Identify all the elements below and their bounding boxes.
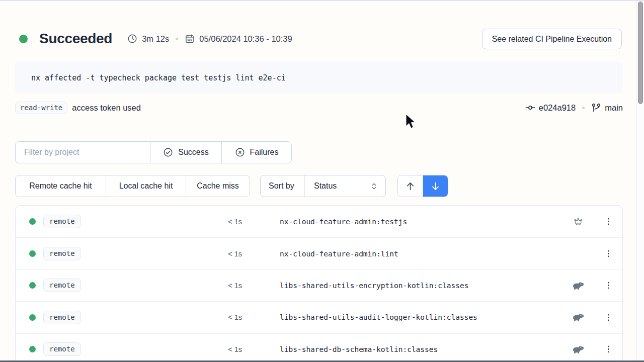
filter-failures-label: Failures	[250, 148, 279, 157]
jest-icon	[572, 217, 584, 227]
filter-by-project-input[interactable]	[16, 142, 150, 163]
task-duration: < 1s	[141, 345, 242, 353]
run-date-range: 05/06/2024 10:36 - 10:39	[185, 34, 292, 44]
filter-group: Success Failures	[15, 141, 292, 163]
filter-success-button[interactable]: Success	[150, 142, 221, 163]
task-duration: < 1s	[141, 218, 242, 226]
cache-source-badge: remote	[43, 247, 81, 260]
gradle-icon	[572, 344, 584, 354]
git-commit-icon	[525, 103, 535, 113]
gradle-icon	[568, 281, 588, 291]
sort-ascending-button[interactable]	[398, 175, 423, 197]
gradle-icon	[568, 312, 588, 322]
mouse-cursor	[405, 114, 417, 130]
arrow-down-icon	[430, 181, 441, 192]
sort-selected-value: Status	[314, 182, 337, 191]
task-name[interactable]: libs-shared-utils-encryption-kotlin:clas…	[280, 282, 468, 290]
task-list: remote < 1s nx-cloud-feature-admin:testj…	[15, 205, 623, 362]
task-duration: < 1s	[141, 282, 242, 290]
check-circle-icon	[163, 147, 173, 157]
scrollbar-thumb[interactable]	[638, 2, 643, 104]
separator-dot	[176, 38, 178, 40]
task-status-success-dot	[29, 346, 36, 352]
task-status-success-dot	[29, 250, 36, 257]
jest-icon	[568, 217, 588, 227]
cache-filter-group: Remote cache hit Local cache hit Cache m…	[15, 175, 250, 197]
task-row[interactable]: remote < 1s nx-cloud-feature-admin:testj…	[16, 206, 622, 237]
task-duration: < 1s	[141, 313, 242, 321]
task-menu-button[interactable]	[598, 244, 618, 264]
sort-descending-button[interactable]	[423, 175, 448, 197]
kebab-menu-icon	[604, 281, 613, 290]
run-duration-label: 3m 12s	[142, 34, 169, 44]
separator-dot	[582, 107, 585, 109]
gradle-icon	[568, 344, 588, 354]
sort-group: Sort by Status	[260, 175, 386, 197]
gradle-icon	[572, 312, 584, 322]
cache-miss-button[interactable]: Cache miss	[186, 175, 250, 197]
task-menu-button[interactable]	[598, 212, 618, 232]
task-name[interactable]: nx-cloud-feature-admin:lint	[280, 250, 398, 258]
chevron-updown-icon	[370, 182, 378, 191]
kebab-menu-icon	[604, 313, 613, 322]
run-status-title: Succeeded	[39, 31, 112, 47]
task-status-success-dot	[29, 314, 36, 321]
calendar-icon	[185, 34, 195, 44]
arrow-up-icon	[405, 181, 416, 192]
status-success-dot	[19, 35, 28, 43]
local-cache-hit-button[interactable]: Local cache hit	[106, 175, 186, 197]
command-box: nx affected -t typecheck package test te…	[15, 62, 623, 94]
nx-command-text: nx affected -t typecheck package test te…	[31, 73, 286, 82]
remote-cache-hit-button[interactable]: Remote cache hit	[16, 175, 106, 197]
task-row[interactable]: remote < 1s libs-shared-utils-encryption…	[16, 269, 622, 301]
access-token-badge: read-write	[15, 102, 67, 114]
scrollbar-track[interactable]	[636, 1, 644, 361]
task-name[interactable]: libs-shared-db-schema-kotlin:classes	[280, 345, 438, 353]
see-related-pipeline-button[interactable]: See related CI Pipeline Execution	[482, 29, 622, 49]
clock-icon	[127, 34, 137, 44]
sort-select[interactable]: Status	[305, 175, 385, 197]
x-circle-icon	[235, 147, 245, 157]
kebab-menu-icon	[604, 344, 613, 354]
token-row: read-write access token used e024a918 ma…	[15, 100, 623, 115]
cache-source-badge: remote	[43, 311, 81, 324]
sort-by-label: Sort by	[261, 175, 305, 197]
cache-source-badge: remote	[43, 279, 81, 292]
vcs-info: e024a918 main	[525, 103, 623, 113]
filter-success-label: Success	[178, 148, 208, 157]
kebab-menu-icon	[604, 217, 613, 226]
task-duration: < 1s	[141, 250, 242, 258]
run-duration: 3m 12s	[127, 34, 169, 44]
filter-failures-button[interactable]: Failures	[221, 142, 291, 163]
task-status-success-dot	[29, 218, 36, 225]
run-date-range-label: 05/06/2024 10:36 - 10:39	[199, 34, 292, 44]
gradle-icon	[572, 281, 584, 291]
task-status-success-dot	[29, 282, 36, 289]
cache-source-badge: remote	[43, 215, 81, 228]
task-row[interactable]: remote < 1s libs-shared-db-schema-kotlin…	[16, 333, 622, 362]
task-row[interactable]: remote < 1s libs-shared-utils-audit-logg…	[16, 301, 622, 333]
sort-direction-group	[397, 175, 448, 197]
page-top-border	[0, 0, 644, 1]
task-menu-button[interactable]	[598, 307, 618, 327]
kebab-menu-icon	[604, 249, 613, 258]
task-row[interactable]: remote < 1s nx-cloud-feature-admin:lint	[16, 237, 622, 269]
access-token-label: access token used	[72, 103, 141, 113]
cache-source-badge: remote	[43, 342, 81, 356]
git-branch-icon	[591, 103, 601, 113]
task-name[interactable]: libs-shared-utils-audit-logger-kotlin:cl…	[280, 313, 477, 321]
task-name[interactable]: nx-cloud-feature-admin:testjs	[280, 218, 407, 226]
task-menu-button[interactable]	[598, 276, 618, 296]
branch-name[interactable]: main	[605, 103, 623, 113]
commit-sha[interactable]: e024a918	[539, 103, 576, 113]
task-menu-button[interactable]	[598, 339, 618, 359]
